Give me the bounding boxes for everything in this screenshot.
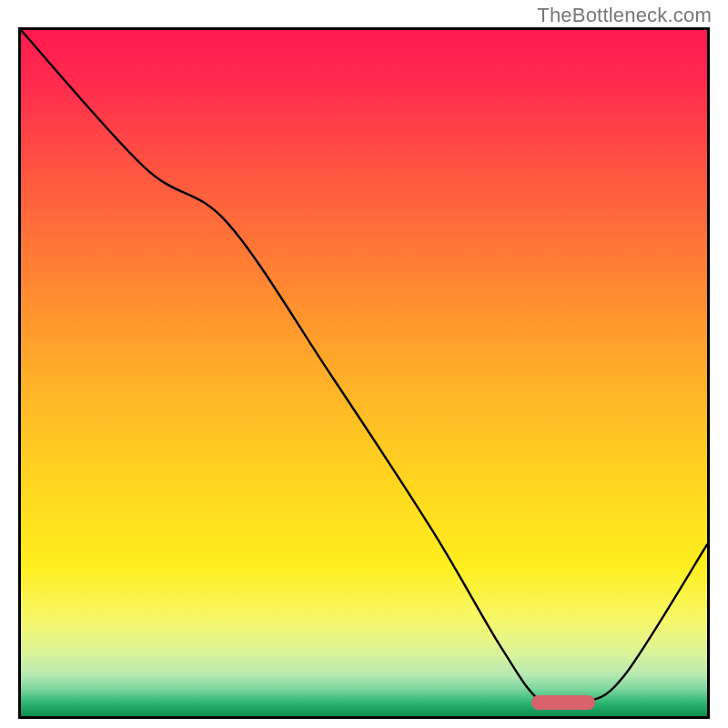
optimal-marker: [531, 695, 595, 710]
watermark-label: TheBottleneck.com: [537, 4, 712, 27]
plot-frame: [18, 27, 710, 719]
bottleneck-curve: [21, 30, 707, 716]
